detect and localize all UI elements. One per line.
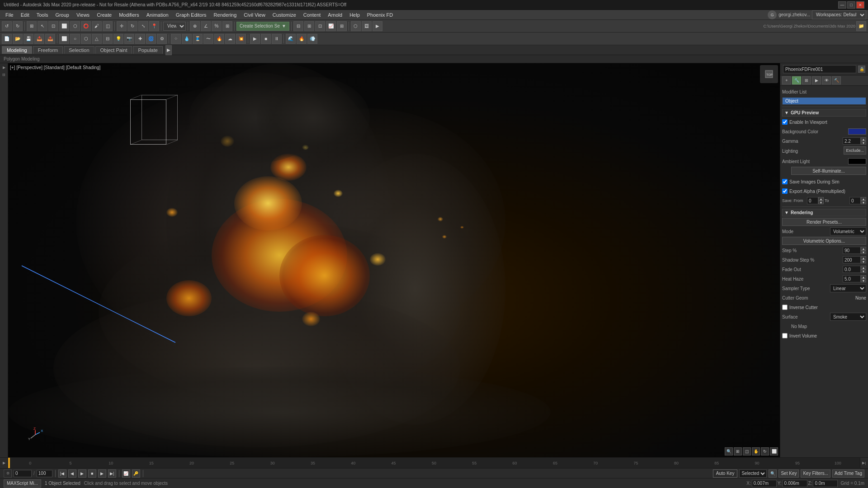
inverse-cutter-checkbox[interactable] — [782, 305, 788, 310]
gamma-up[interactable]: ▲ — [861, 137, 866, 141]
heat-haze-up[interactable]: ▲ — [861, 275, 866, 279]
sampler-type-dropdown[interactable]: Linear — [830, 284, 866, 292]
select-fence[interactable]: ⬡ — [70, 21, 80, 31]
menu-modifiers[interactable]: Modifiers — [115, 11, 143, 19]
menu-group[interactable]: Group — [52, 11, 73, 19]
menu-create[interactable]: Create — [93, 11, 115, 19]
menu-graph-editors[interactable]: Graph Editors — [172, 11, 210, 19]
scale-tool[interactable]: ⤡ — [138, 21, 148, 31]
volumetric-options-btn[interactable]: Volumetric Options... — [782, 237, 866, 245]
shadow-step-up[interactable]: ▲ — [861, 256, 866, 260]
add-time-tag-btn[interactable]: Add Time Tag — [832, 469, 864, 478]
ambient-light-picker[interactable] — [848, 158, 866, 164]
curve-editor[interactable]: 📈 — [326, 21, 336, 31]
x-coord-input[interactable] — [752, 480, 777, 487]
viewport-nav-cube[interactable]: TOP — [760, 65, 778, 83]
tb2-destruc[interactable]: 💥 — [236, 34, 246, 44]
enable-in-viewport-checkbox[interactable] — [782, 119, 788, 125]
fade-out-input[interactable]: 0.0 — [843, 266, 861, 273]
workspace-dropdown[interactable]: Workspaces: Default — [812, 10, 866, 19]
tb2-sphere[interactable]: ○ — [70, 34, 80, 44]
menu-tools[interactable]: Tools — [33, 11, 52, 19]
auto-key-btn[interactable]: Auto Key — [713, 469, 738, 478]
tb2-particle[interactable]: ⁘ — [171, 34, 181, 44]
angle-snap[interactable]: ∠ — [201, 21, 211, 31]
gamma-input[interactable]: 2.2 — [843, 137, 861, 145]
redo-button[interactable]: ↻ — [13, 21, 23, 31]
key-filters-btn[interactable]: Key Filters... — [801, 469, 830, 478]
time-config-btn[interactable]: ⚙ — [4, 469, 12, 478]
set-key-btn[interactable]: Set Key — [778, 469, 799, 478]
save-to-down[interactable]: ▼ — [861, 201, 866, 204]
anim-next-key[interactable]: ▶| — [108, 469, 116, 478]
material-editor[interactable]: ⬡ — [351, 21, 361, 31]
tb2-save[interactable]: 💾 — [24, 34, 33, 44]
menu-help[interactable]: Help — [346, 11, 363, 19]
menu-content[interactable]: Content — [300, 11, 325, 19]
tb2-import[interactable]: 📥 — [34, 34, 44, 44]
menu-views[interactable]: Views — [73, 11, 93, 19]
tb2-light[interactable]: 💡 — [113, 34, 123, 44]
select-lasso[interactable]: ⭕ — [81, 21, 91, 31]
select-object[interactable]: ↖ — [38, 21, 47, 31]
shadow-step-down[interactable]: ▼ — [861, 260, 866, 263]
fade-out-up[interactable]: ▲ — [861, 266, 866, 269]
vp-zoom-all[interactable]: ⊞ — [734, 447, 742, 455]
menu-file[interactable]: File — [2, 11, 17, 19]
schematic-btn[interactable]: ⊞ — [337, 21, 347, 31]
heat-haze-input[interactable]: 5.0 — [843, 275, 861, 282]
menu-arnold[interactable]: Arnold — [324, 11, 346, 19]
self-illuminate-btn[interactable]: Self-Illuminate... — [791, 167, 866, 175]
timeline-slider[interactable] — [8, 458, 10, 468]
sub-toolbar-more[interactable]: ▶ — [165, 45, 172, 55]
tb2-stop-anim[interactable]: ■ — [261, 34, 271, 44]
tb2-phoenix2[interactable]: 🔥 — [297, 34, 307, 44]
menu-edit[interactable]: Edit — [17, 11, 33, 19]
gpu-preview-section-header[interactable]: ▼ GPU Preview — [782, 109, 866, 117]
tb2-smoke[interactable]: ☁ — [225, 34, 235, 44]
anim-play[interactable]: ▶ — [78, 469, 86, 478]
heat-haze-down[interactable]: ▼ — [861, 279, 866, 282]
layer-btn[interactable]: ⊡ — [315, 21, 325, 31]
menu-animation[interactable]: Animation — [143, 11, 172, 19]
modifier-item-object[interactable]: Object — [783, 98, 866, 104]
anim-next-frame[interactable]: ▶ — [98, 469, 106, 478]
minimize-button[interactable]: — — [838, 1, 846, 9]
tab-populate[interactable]: Populate — [133, 46, 162, 54]
tb2-box[interactable]: ⬜ — [59, 34, 69, 44]
tb2-play-anim[interactable]: ▶ — [250, 34, 260, 44]
ls-animate[interactable]: ▶ — [1, 64, 7, 70]
y-coord-input[interactable] — [783, 480, 807, 487]
align-btn[interactable]: ⊞ — [304, 21, 314, 31]
tb2-export[interactable]: 📤 — [45, 34, 55, 44]
render-mode-dropdown[interactable]: Volumetric — [830, 227, 866, 235]
z-coord-input[interactable] — [813, 480, 838, 487]
anim-mini-curve[interactable]: 📈 — [122, 469, 130, 478]
tab-freeform[interactable]: Freeform — [33, 46, 63, 54]
menu-customize[interactable]: Customize — [269, 11, 300, 19]
tab-modeling[interactable]: Modeling — [2, 46, 32, 54]
tb2-fire[interactable]: 🔥 — [214, 34, 224, 44]
close-button[interactable]: ✕ — [856, 1, 864, 9]
timeline-track[interactable]: 0 5 10 15 20 25 30 35 40 45 50 55 60 65 … — [8, 458, 860, 468]
export-alpha-checkbox[interactable] — [782, 188, 788, 194]
tb2-new[interactable]: 📄 — [2, 34, 12, 44]
fade-out-down[interactable]: ▼ — [861, 269, 866, 273]
menu-phoenix-fd[interactable]: Phoenix FD — [363, 11, 396, 19]
rendering-section-header[interactable]: ▼ Rendering — [782, 209, 866, 216]
anim-key-mode[interactable]: 🔑 — [132, 469, 140, 478]
rotate-tool[interactable]: ↻ — [127, 21, 137, 31]
timeline-play-icon[interactable]: ▶ — [3, 461, 5, 465]
tb2-helper[interactable]: ✚ — [135, 34, 145, 44]
tb2-hair[interactable]: 〜 — [203, 34, 213, 44]
ls-timeslider[interactable]: ⊟ — [1, 71, 7, 78]
rp-tab-utilities[interactable]: 🔨 — [832, 76, 841, 84]
step-up[interactable]: ▲ — [861, 247, 866, 250]
tb2-fluid[interactable]: 💧 — [182, 34, 192, 44]
rp-tab-create[interactable]: + — [782, 76, 791, 84]
step-input[interactable]: 90 — [843, 247, 861, 254]
tb2-phoenix3[interactable]: 💨 — [307, 34, 317, 44]
rp-tab-motion[interactable]: ▶ — [812, 76, 821, 84]
surface-dropdown[interactable]: Smoke — [830, 313, 866, 321]
tb2-pause-anim[interactable]: ⏸ — [272, 34, 282, 44]
